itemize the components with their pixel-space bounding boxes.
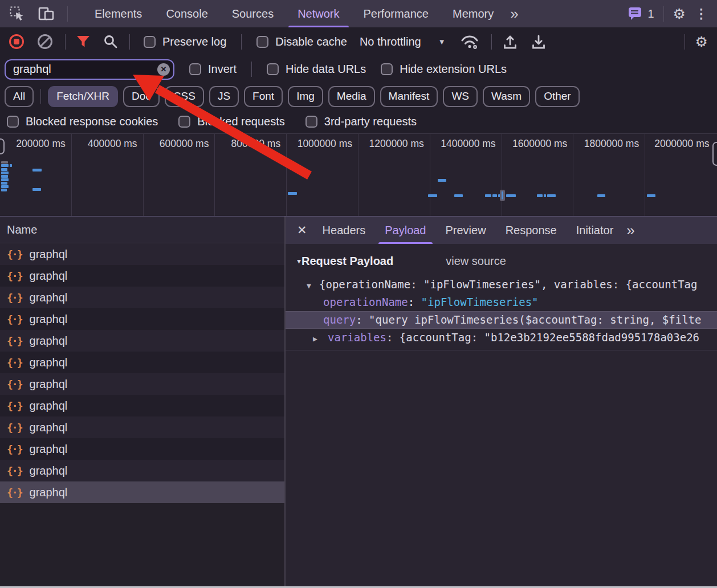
search-icon[interactable]	[103, 34, 118, 49]
filter-chip-css[interactable]: CSS	[165, 86, 204, 107]
export-har-icon[interactable]	[531, 34, 547, 50]
payload-query-row-selected[interactable]: query: "query ipFlowTimeseries($accountT…	[286, 311, 717, 329]
close-details-icon[interactable]: ✕	[297, 223, 307, 237]
checkbox-icon[interactable]	[267, 63, 279, 75]
filter-chip-all[interactable]: All	[5, 86, 34, 107]
clear-filter-icon[interactable]: ✕	[157, 63, 170, 76]
blocked-requests-checkbox[interactable]: Blocked requests	[178, 115, 284, 128]
filter-chip-img[interactable]: Img	[288, 86, 323, 107]
toolbar-divider	[65, 34, 66, 50]
3rd-party-requests-checkbox[interactable]: 3rd-party requests	[305, 115, 417, 128]
details-tab-payload[interactable]: Payload	[375, 217, 435, 244]
details-tab-headers[interactable]: Headers	[313, 217, 376, 244]
filter-chip-ws[interactable]: WS	[443, 86, 478, 107]
filter-chip-other[interactable]: Other	[535, 86, 580, 107]
filter-chip-font[interactable]: Font	[244, 86, 283, 107]
preserve-log-checkbox[interactable]: Preserve log	[144, 35, 226, 48]
issues-badge[interactable]: 1	[628, 6, 654, 21]
overview-request-bar	[32, 188, 41, 191]
details-tab-preview[interactable]: Preview	[436, 217, 496, 244]
tab-memory[interactable]: Memory	[441, 0, 506, 27]
collapsed-triangle-icon[interactable]: ▶	[313, 330, 328, 346]
request-row[interactable]: {·}graphql	[0, 395, 284, 416]
tab-elements[interactable]: Elements	[83, 0, 154, 27]
request-row[interactable]: {·}graphql	[0, 481, 284, 503]
filter-chip-js[interactable]: JS	[209, 86, 239, 107]
overview-timeline[interactable]: 200000 ms400000 ms600000 ms800000 ms1000…	[0, 133, 717, 217]
overview-handle-right[interactable]	[712, 142, 717, 166]
device-toolbar-icon[interactable]	[38, 6, 56, 22]
checkbox-icon[interactable]	[7, 116, 19, 128]
throttling-dropdown[interactable]: No throttling ▼	[360, 35, 446, 48]
filter-chip-wasm[interactable]: Wasm	[483, 86, 530, 107]
request-row[interactable]: {·}graphql	[0, 416, 284, 438]
more-panels-icon[interactable]: »	[510, 6, 517, 21]
request-row[interactable]: {·}graphql	[0, 308, 284, 330]
filter-chip-media[interactable]: Media	[328, 86, 375, 107]
checkbox-icon[interactable]	[178, 116, 190, 128]
inspect-element-icon[interactable]	[9, 6, 25, 22]
request-row[interactable]: {·}graphql	[0, 330, 284, 352]
overview-request-bar	[1, 185, 9, 188]
details-tabs: HeadersPayloadPreviewResponseInitiator	[313, 217, 624, 244]
request-row[interactable]: {·}graphql	[0, 373, 284, 395]
clear-log-button[interactable]	[38, 34, 52, 49]
request-row[interactable]: {·}graphql	[0, 438, 284, 460]
overview-request-bar	[506, 194, 516, 197]
hide-data-urls-checkbox[interactable]: Hide data URLs	[267, 63, 366, 76]
request-list: {·}graphql{·}graphql{·}graphql{·}graphql…	[0, 243, 284, 503]
disable-cache-checkbox[interactable]: Disable cache	[256, 35, 347, 48]
view-source-link[interactable]: view source	[446, 255, 506, 268]
main-split: Name {·}graphql{·}graphql{·}graphql{·}gr…	[0, 217, 717, 588]
json-request-icon: {·}	[7, 248, 22, 260]
filter-input[interactable]	[5, 59, 174, 80]
request-row[interactable]: {·}graphql	[0, 460, 284, 481]
request-row[interactable]: {·}graphql	[0, 265, 284, 287]
tab-console[interactable]: Console	[154, 0, 219, 27]
invert-checkbox[interactable]: Invert	[189, 63, 237, 76]
hide-extension-urls-checkbox[interactable]: Hide extension URLs	[381, 63, 507, 76]
overview-handle-left[interactable]	[0, 138, 5, 154]
checkbox-icon[interactable]	[144, 36, 156, 48]
payload-variables-preview: {accountTag: "b12e3b2192ee5588fdad995178…	[400, 331, 699, 344]
checkbox-icon[interactable]	[381, 63, 393, 75]
filter-funnel-icon[interactable]	[76, 35, 91, 48]
overview-request-bar	[288, 192, 297, 195]
settings-gear-icon[interactable]: ⚙	[673, 7, 686, 21]
request-row[interactable]: {·}graphql	[0, 287, 284, 308]
filter-chip-doc[interactable]: Doc	[123, 86, 160, 107]
overview-tick-label: 1000000 ms	[287, 134, 358, 216]
kebab-menu-icon[interactable]: ⋮	[695, 7, 708, 21]
overview-selected-marker[interactable]	[500, 190, 505, 201]
checkbox-icon[interactable]	[189, 63, 201, 75]
filter-chip-fetch-xhr[interactable]: Fetch/XHR	[48, 86, 118, 107]
checkbox-icon[interactable]	[256, 36, 268, 48]
filter-chip-manifest[interactable]: Manifest	[380, 86, 438, 107]
record-button[interactable]	[9, 34, 24, 49]
payload-root-row[interactable]: ▼{operationName: "ipFlowTimeseries", var…	[286, 276, 717, 293]
request-name: graphql	[30, 443, 68, 456]
request-row[interactable]: {·}graphql	[0, 243, 284, 265]
section-triangle-icon[interactable]: ▾	[297, 256, 301, 266]
request-details-panel: ✕ HeadersPayloadPreviewResponseInitiator…	[286, 217, 717, 588]
details-tab-initiator[interactable]: Initiator	[567, 217, 624, 244]
request-row[interactable]: {·}graphql	[0, 352, 284, 373]
name-column-header[interactable]: Name	[0, 217, 284, 243]
tab-network[interactable]: Network	[286, 0, 351, 27]
expanded-triangle-icon[interactable]: ▼	[307, 277, 319, 293]
details-tab-response[interactable]: Response	[496, 217, 567, 244]
overview-request-bar	[1, 189, 7, 191]
tab-performance[interactable]: Performance	[352, 0, 441, 27]
network-settings-gear-icon[interactable]: ⚙	[695, 35, 708, 49]
overview-request-bar	[537, 194, 543, 197]
checkbox-icon[interactable]	[305, 116, 317, 128]
network-conditions-icon[interactable]	[459, 33, 480, 50]
import-har-icon[interactable]	[502, 34, 518, 50]
tab-sources[interactable]: Sources	[220, 0, 286, 27]
request-name: graphql	[30, 270, 68, 283]
json-request-icon: {·}	[7, 357, 22, 369]
more-details-tabs-icon[interactable]: »	[626, 223, 633, 238]
payload-variables-row[interactable]: ▶variables: {accountTag: "b12e3b2192ee55…	[286, 329, 717, 346]
blocked-response-cookies-checkbox[interactable]: Blocked response cookies	[7, 115, 158, 128]
payload-operation-row[interactable]: operationName: "ipFlowTimeseries"	[286, 293, 717, 311]
